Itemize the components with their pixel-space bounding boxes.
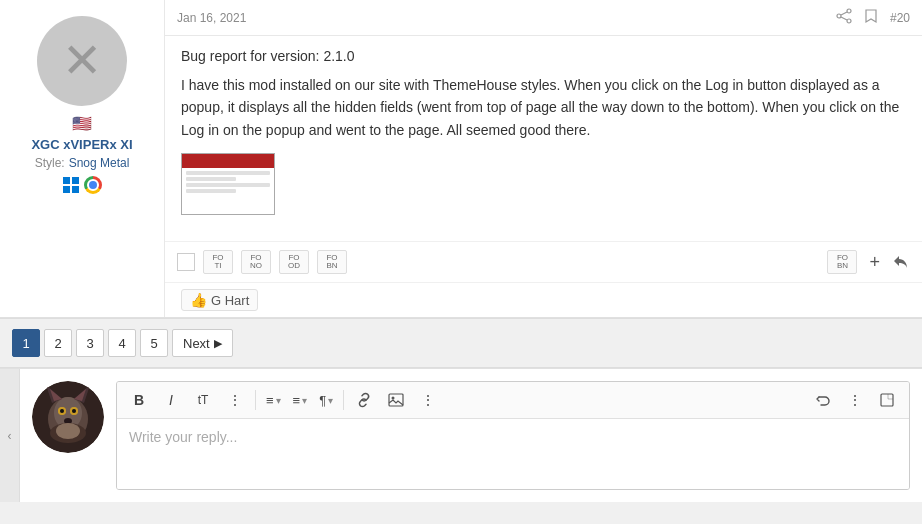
post-header: Jan 16, 2021 (165, 0, 922, 36)
svg-point-29 (392, 397, 395, 400)
share-icon[interactable] (836, 8, 852, 27)
reply-editor: B I tT ⋮ ≡ ▾ ≡ ▾ (116, 381, 910, 490)
post-number: #20 (890, 11, 910, 25)
checkbox-icon[interactable] (177, 253, 195, 271)
editor-placeholder: Write your reply... (129, 429, 237, 445)
post-toolbar: FOTI FONO FOOD FOBN FOBN (165, 241, 922, 282)
page-button-2[interactable]: 2 (44, 329, 72, 357)
post-title-bold: Bug report for version: (181, 48, 320, 64)
plus-icon[interactable]: + (869, 252, 880, 273)
chevron-right-icon: ▶ (214, 337, 222, 350)
more-options-button[interactable]: ⋮ (414, 386, 442, 414)
editor-content[interactable]: Write your reply... (117, 419, 909, 489)
format-button-5[interactable]: FOBN (827, 250, 857, 274)
reply-section: ‹ (0, 368, 922, 502)
thumbs-up-icon: 👍 (190, 292, 207, 308)
paragraph-icon: ¶ (319, 393, 326, 408)
align-icon: ≡ (293, 393, 301, 408)
italic-button[interactable]: I (157, 386, 185, 414)
format-button-2[interactable]: FONO (241, 250, 271, 274)
toolbar-divider-1 (255, 390, 256, 410)
chevron-down-icon-3: ▾ (328, 395, 333, 406)
chrome-icon (84, 176, 102, 194)
expand-button[interactable] (873, 386, 901, 414)
reply-icon[interactable] (892, 253, 910, 272)
list-icon: ≡ (266, 393, 274, 408)
editor-more-button[interactable]: ⋮ (841, 386, 869, 414)
avatar: ✕ (37, 16, 127, 106)
bookmark-icon[interactable] (864, 8, 878, 27)
text-size-button[interactable]: tT (189, 386, 217, 414)
svg-rect-0 (63, 177, 70, 184)
page-button-5[interactable]: 5 (140, 329, 168, 357)
post-body: Bug report for version: 2.1.0 I have thi… (165, 36, 922, 241)
main-wrapper: ✕ 🇺🇸 XGC xVIPERx XI Style: Snog Metal (0, 0, 922, 502)
reply-avatar (32, 381, 104, 453)
align-dropdown[interactable]: ≡ ▾ (289, 391, 312, 410)
post-title: Bug report for version: 2.1.0 (181, 48, 906, 64)
editor-toolbar-right: ⋮ (809, 386, 901, 414)
svg-rect-30 (881, 394, 893, 406)
os-icons (62, 176, 102, 194)
username[interactable]: XGC xVIPERx XI (31, 137, 132, 152)
editor-toolbar: B I tT ⋮ ≡ ▾ ≡ ▾ (117, 382, 909, 419)
svg-line-8 (841, 17, 847, 20)
pagination-row: 1 2 3 4 5 Next ▶ (0, 318, 922, 368)
svg-point-5 (837, 14, 841, 18)
toolbar-right: FOBN + (827, 250, 910, 274)
chevron-down-icon: ▾ (276, 395, 281, 406)
style-row: Style: Snog Metal (35, 156, 130, 170)
paragraph-dropdown[interactable]: ¶ ▾ (315, 391, 337, 410)
svg-point-26 (60, 409, 64, 413)
svg-line-7 (841, 12, 847, 15)
page-button-4[interactable]: 4 (108, 329, 136, 357)
reply-inner: B I tT ⋮ ≡ ▾ ≡ ▾ (20, 369, 922, 502)
link-button[interactable] (350, 386, 378, 414)
post-container: ✕ 🇺🇸 XGC xVIPERx XI Style: Snog Metal (0, 0, 922, 318)
next-button[interactable]: Next ▶ (172, 329, 233, 357)
svg-point-6 (847, 19, 851, 23)
avatar-placeholder: ✕ (62, 37, 102, 85)
next-label: Next (183, 336, 210, 351)
format-button-4[interactable]: FOBN (317, 250, 347, 274)
post-sidebar: ✕ 🇺🇸 XGC xVIPERx XI Style: Snog Metal (0, 0, 165, 317)
svg-point-27 (72, 409, 76, 413)
collapse-button[interactable]: ‹ (0, 369, 20, 502)
style-value[interactable]: Snog Metal (69, 156, 130, 170)
collapse-icon: ‹ (8, 429, 12, 443)
reactions-row: 👍 G Hart (165, 282, 922, 317)
list-dropdown[interactable]: ≡ ▾ (262, 391, 285, 410)
post-title-version: 2.1.0 (320, 48, 355, 64)
post-content: Jan 16, 2021 (165, 0, 922, 317)
reaction-user: G Hart (211, 293, 249, 308)
page-button-1[interactable]: 1 (12, 329, 40, 357)
user-flag: 🇺🇸 (72, 114, 92, 133)
image-button[interactable] (382, 386, 410, 414)
svg-point-23 (32, 381, 104, 453)
svg-rect-28 (389, 394, 403, 406)
windows-icon (62, 176, 80, 194)
svg-rect-1 (72, 177, 79, 184)
style-label: Style: (35, 156, 65, 170)
text-more-button[interactable]: ⋮ (221, 386, 249, 414)
svg-rect-2 (63, 186, 70, 193)
toolbar-divider-2 (343, 390, 344, 410)
format-button-1[interactable]: FOTI (203, 250, 233, 274)
page-button-3[interactable]: 3 (76, 329, 104, 357)
post-text: I have this mod installed on our site wi… (181, 74, 906, 141)
toolbar-left: FOTI FONO FOOD FOBN (177, 250, 347, 274)
wolf-avatar-image (32, 381, 104, 453)
undo-button[interactable] (809, 386, 837, 414)
post-image-thumbnail[interactable] (181, 153, 275, 215)
reaction-badge[interactable]: 👍 G Hart (181, 289, 258, 311)
post-actions-top: #20 (836, 8, 910, 27)
format-button-3[interactable]: FOOD (279, 250, 309, 274)
svg-point-4 (847, 9, 851, 13)
chevron-down-icon-2: ▾ (302, 395, 307, 406)
bold-button[interactable]: B (125, 386, 153, 414)
svg-rect-3 (72, 186, 79, 193)
post-date: Jan 16, 2021 (177, 11, 246, 25)
